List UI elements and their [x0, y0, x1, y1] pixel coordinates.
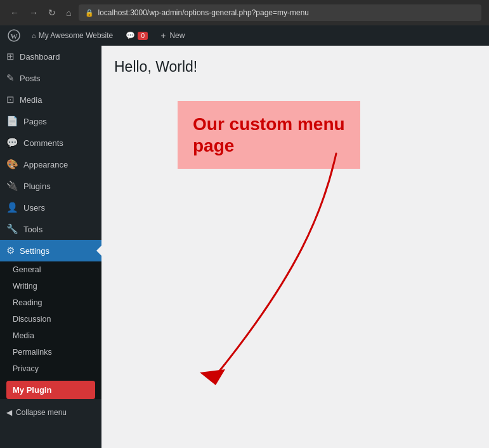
- custom-menu-box: Our custom menu page: [178, 101, 360, 169]
- custom-menu-text: Our custom menu page: [193, 114, 345, 156]
- settings-label: Settings: [20, 246, 49, 256]
- sidebar-item-users[interactable]: 👤 Users: [0, 197, 101, 218]
- comments-icon: 💬: [6, 137, 18, 148]
- wp-main-content: Hello, World! Our custom menu page: [101, 46, 489, 448]
- posts-icon: ✎: [6, 72, 15, 84]
- sidebar-item-settings[interactable]: ⚙ Settings: [0, 240, 101, 261]
- back-button[interactable]: ←: [8, 5, 22, 20]
- tools-icon: 🔧: [6, 223, 18, 235]
- submenu-reading[interactable]: Reading: [0, 294, 101, 311]
- svg-marker-2: [200, 369, 225, 385]
- submenu-discussion[interactable]: Discussion: [0, 311, 101, 327]
- posts-label: Posts: [20, 74, 41, 83]
- collapse-label: Collapse menu: [16, 408, 67, 417]
- browser-chrome: ← → ↻ ⌂ 🔒 localhost:3000/wp-admin/option…: [0, 0, 489, 25]
- home-button[interactable]: ⌂: [63, 5, 74, 20]
- submenu-writing[interactable]: Writing: [0, 278, 101, 294]
- submenu-permalinks[interactable]: Permalinks: [0, 344, 101, 360]
- security-icon: 🔒: [85, 9, 94, 17]
- refresh-button[interactable]: ↻: [46, 5, 58, 20]
- wp-sidebar: ⊞ Dashboard ✎ Posts ⊡ Media 📄 Pages 💬 Co…: [0, 46, 101, 448]
- page-title: Hello, World!: [114, 58, 476, 76]
- adminbar-new[interactable]: + New: [154, 25, 191, 46]
- users-label: Users: [23, 203, 45, 213]
- submenu-media[interactable]: Media: [0, 327, 101, 344]
- settings-submenu: General Writing Reading Discussion Media…: [0, 261, 101, 399]
- comment-icon: 💬: [126, 31, 135, 40]
- sidebar-item-comments[interactable]: 💬 Comments: [0, 132, 101, 154]
- wp-layout: ⊞ Dashboard ✎ Posts ⊡ Media 📄 Pages 💬 Co…: [0, 46, 489, 448]
- submenu-general[interactable]: General: [0, 261, 101, 278]
- settings-icon: ⚙: [6, 245, 15, 256]
- submenu-privacy[interactable]: Privacy: [0, 360, 101, 377]
- forward-button[interactable]: →: [27, 5, 41, 20]
- plus-icon: +: [160, 30, 166, 41]
- appearance-icon: 🎨: [6, 159, 18, 170]
- my-plugin-button[interactable]: My Plugin: [6, 381, 95, 399]
- collapse-menu-item[interactable]: ◀ Collapse menu: [0, 403, 101, 422]
- svg-text:W: W: [11, 32, 18, 40]
- wp-admin-bar: W ⌂ My Awesome Website 💬 0 + New: [0, 25, 489, 46]
- new-label: New: [169, 31, 185, 40]
- pages-label: Pages: [23, 117, 47, 126]
- sidebar-item-tools[interactable]: 🔧 Tools: [0, 218, 101, 240]
- sidebar-item-pages[interactable]: 📄 Pages: [0, 110, 101, 132]
- media-icon: ⊡: [6, 94, 15, 105]
- dashboard-label: Dashboard: [20, 52, 60, 62]
- sidebar-item-plugins[interactable]: 🔌 Plugins: [0, 175, 101, 197]
- sidebar-item-appearance[interactable]: 🎨 Appearance: [0, 154, 101, 175]
- wp-logo[interactable]: W: [3, 25, 25, 46]
- media-label: Media: [20, 95, 42, 105]
- plugins-label: Plugins: [23, 181, 51, 191]
- site-name: My Awesome Website: [39, 31, 114, 40]
- plugins-icon: 🔌: [6, 180, 18, 192]
- tools-label: Tools: [23, 225, 42, 234]
- comment-count: 0: [138, 32, 148, 40]
- sidebar-item-dashboard[interactable]: ⊞ Dashboard: [0, 46, 101, 67]
- address-bar[interactable]: 🔒 localhost:3000/wp-admin/options-genera…: [79, 4, 481, 21]
- home-icon: ⌂: [32, 32, 36, 39]
- users-icon: 👤: [6, 202, 18, 213]
- sidebar-item-posts[interactable]: ✎ Posts: [0, 67, 101, 89]
- pages-icon: 📄: [6, 115, 18, 127]
- adminbar-home[interactable]: ⌂ My Awesome Website: [25, 25, 119, 46]
- appearance-label: Appearance: [23, 160, 68, 169]
- sidebar-item-media[interactable]: ⊡ Media: [0, 89, 101, 110]
- url-text: localhost:3000/wp-admin/options-general.…: [98, 8, 309, 17]
- adminbar-comments[interactable]: 💬 0: [119, 25, 154, 46]
- comments-label: Comments: [23, 138, 63, 148]
- collapse-arrow-icon: ◀: [6, 408, 12, 417]
- dashboard-icon: ⊞: [6, 51, 15, 62]
